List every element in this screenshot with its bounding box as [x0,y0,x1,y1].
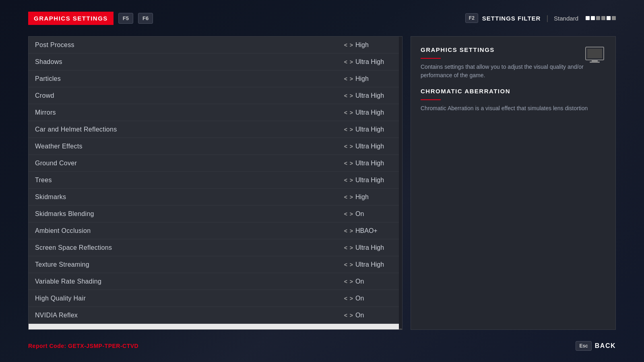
item-control-15: < > On [344,295,396,302]
arrow-left-16[interactable]: < [344,312,347,319]
item-value-14: On [355,278,396,285]
settings-panel: Post Process < > High Shadows < > Ultra … [28,36,402,330]
arrow-right-16[interactable]: > [350,312,353,319]
info-section-chromatic: CHROMATIC ABERRATION Chromatic Aberratio… [421,88,606,113]
arrow-left-0[interactable]: < [344,42,347,48]
f2-key[interactable]: F2 [465,13,478,23]
arrow-left-13[interactable]: < [344,261,347,268]
settings-item[interactable]: Weather Effects < > Ultra High [29,138,402,155]
arrow-left-6[interactable]: < [344,143,347,150]
arrow-left-15[interactable]: < [344,295,347,302]
arrow-left-9[interactable]: < [344,194,347,200]
item-name-5: Car and Helmet Reflections [35,126,117,133]
settings-item[interactable]: Shadows < > Ultra High [29,53,402,70]
esc-badge: Esc [576,341,591,351]
arrow-left-4[interactable]: < [344,109,347,116]
arrow-left-1[interactable]: < [344,59,347,65]
arrow-left-3[interactable]: < [344,93,347,99]
settings-item[interactable]: Skidmarks Blending < > On [29,206,402,222]
arrow-right-2[interactable]: > [350,76,353,82]
grid-cell-2 [591,16,595,20]
info-title-chromatic: CHROMATIC ABERRATION [421,88,606,95]
settings-item[interactable]: Car and Helmet Reflections < > Ultra Hig… [29,121,402,138]
info-title-underline-1 [421,58,441,59]
footer: Report Code: GETX-JSMP-TPER-CTVD Esc BAC… [0,330,644,362]
settings-item[interactable]: Texture Streaming < > Ultra High [29,256,402,273]
header-right: F2 SETTINGS FILTER | Standard [465,13,616,23]
item-name-10: Skidmarks Blending [35,210,94,218]
info-panel: GRAPHICS SETTINGS Contains settings that… [411,36,616,330]
arrow-left-12[interactable]: < [344,245,347,251]
item-control-7: < > Ultra High [344,160,396,167]
item-control-16: < > On [344,312,396,319]
settings-list: Post Process < > High Shadows < > Ultra … [29,37,402,330]
settings-item[interactable]: Ground Cover < > Ultra High [29,155,402,172]
info-text-chromatic: Chromatic Aberration is a visual effect … [421,104,606,113]
arrow-right-13[interactable]: > [350,261,353,268]
settings-item[interactable]: Particles < > High [29,70,402,87]
arrow-right-12[interactable]: > [350,245,353,251]
grid-cell-4 [601,16,605,20]
arrow-left-2[interactable]: < [344,76,347,82]
item-value-15: On [355,295,396,302]
arrow-right-1[interactable]: > [350,59,353,65]
arrow-right-15[interactable]: > [350,295,353,302]
filter-divider: | [546,14,548,23]
item-name-16: NVIDIA Reflex [35,312,78,319]
item-name-11: Ambient Occlusion [35,227,91,234]
scrollbar-track[interactable] [399,37,402,330]
arrow-right-3[interactable]: > [350,93,353,99]
graphics-settings-icon [584,46,606,66]
item-name-6: Weather Effects [35,143,83,150]
arrow-right-7[interactable]: > [350,160,353,167]
item-value-9: High [355,193,396,201]
item-value-1: Ultra High [355,58,396,66]
arrow-right-6[interactable]: > [350,143,353,150]
arrow-right-4[interactable]: > [350,109,353,116]
settings-item[interactable]: NVIDIA Reflex < > On [29,307,402,324]
arrow-left-10[interactable]: < [344,211,347,217]
item-value-16: On [355,312,396,319]
settings-item[interactable]: Mirrors < > Ultra High [29,104,402,121]
item-name-3: Crowd [35,92,54,99]
arrow-right-11[interactable]: > [350,228,353,234]
item-value-0: High [355,41,396,49]
f5-key[interactable]: F5 [118,13,133,24]
settings-item[interactable]: Crowd < > Ultra High [29,87,402,104]
arrow-right-14[interactable]: > [350,278,353,285]
item-control-10: < > On [344,210,396,218]
grid-view-icons[interactable] [586,16,616,20]
back-button[interactable]: Esc BACK [576,341,616,351]
svg-rect-1 [587,49,602,58]
settings-item[interactable]: Variable Rate Shading < > On [29,273,402,290]
arrow-right-8[interactable]: > [350,177,353,183]
arrow-right-0[interactable]: > [350,42,353,48]
arrow-right-10[interactable]: > [350,211,353,217]
item-name-15: High Quality Hair [35,295,86,302]
main-content: Post Process < > High Shadows < > Ultra … [28,36,616,330]
arrow-right-9[interactable]: > [350,194,353,200]
item-control-0: < > High [344,41,396,49]
settings-item[interactable]: Ambient Occlusion < > HBAO+ [29,222,402,239]
arrow-left-11[interactable]: < [344,228,347,234]
info-text-graphics: Contains settings that allow you to adju… [421,63,606,80]
arrow-right-5[interactable]: > [350,126,353,133]
item-name-8: Trees [35,177,52,184]
arrow-left-8[interactable]: < [344,177,347,183]
item-control-2: < > High [344,75,396,82]
back-label: BACK [595,342,616,350]
arrow-left-5[interactable]: < [344,126,347,133]
settings-item[interactable]: Screen Space Reflections < > Ultra High [29,239,402,256]
settings-item[interactable]: Post Process < > High [29,37,402,53]
settings-item[interactable]: Chromatic Aberration < > Off [29,324,402,330]
item-control-9: < > High [344,193,396,201]
item-control-14: < > On [344,278,396,285]
item-control-6: < > Ultra High [344,143,396,150]
f6-key[interactable]: F6 [138,13,153,24]
arrow-left-7[interactable]: < [344,160,347,167]
item-control-3: < > Ultra High [344,92,396,99]
settings-item[interactable]: Skidmarks < > High [29,189,402,206]
arrow-left-14[interactable]: < [344,278,347,285]
settings-item[interactable]: Trees < > Ultra High [29,172,402,189]
settings-item[interactable]: High Quality Hair < > On [29,290,402,307]
